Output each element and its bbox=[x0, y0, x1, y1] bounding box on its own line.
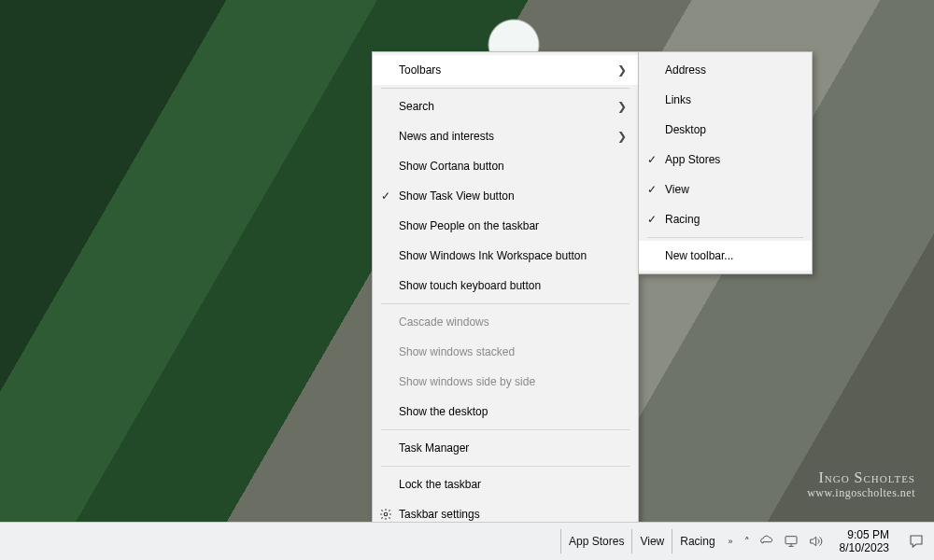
taskbar-context-menu: Toolbars❯ Search❯ News and interests❯ Sh… bbox=[372, 51, 639, 533]
gear-icon bbox=[373, 508, 399, 521]
chevron-right-icon: ❯ bbox=[610, 100, 627, 113]
chevron-right-icon: ❯ bbox=[610, 63, 627, 77]
submenu-desktop[interactable]: Desktop bbox=[639, 115, 812, 145]
menu-cascade-windows: Cascade windows bbox=[373, 307, 638, 337]
toolbars-submenu: Address Links Desktop App Stores View Ra… bbox=[638, 51, 813, 274]
menu-search[interactable]: Search❯ bbox=[373, 91, 638, 121]
check-icon bbox=[647, 153, 657, 166]
taskbar-toolbar-view[interactable]: View bbox=[632, 523, 672, 560]
submenu-racing[interactable]: Racing bbox=[639, 204, 812, 234]
check-icon bbox=[647, 213, 657, 226]
menu-side-by-side: Show windows side by side bbox=[373, 367, 638, 397]
check-icon bbox=[381, 189, 390, 203]
watermark-name: Ingo Scholtes bbox=[807, 469, 915, 486]
wallpaper-watermark: Ingo Scholtes www.ingoscholtes.net bbox=[807, 469, 915, 500]
action-center-icon[interactable] bbox=[899, 523, 934, 560]
toolbar-overflow-chevrons-icon[interactable]: » bbox=[723, 523, 737, 560]
menu-show-people[interactable]: Show People on the taskbar bbox=[373, 211, 638, 241]
menu-show-cortana[interactable]: Show Cortana button bbox=[373, 151, 638, 181]
menu-news-and-interests[interactable]: News and interests❯ bbox=[373, 121, 638, 151]
menu-show-the-desktop[interactable]: Show the desktop bbox=[373, 397, 638, 427]
volume-icon[interactable] bbox=[808, 534, 823, 549]
menu-toolbars[interactable]: Toolbars❯ bbox=[373, 55, 638, 85]
menu-show-touch-keyboard[interactable]: Show touch keyboard button bbox=[373, 271, 638, 301]
taskbar-toolbar-racing[interactable]: Racing bbox=[672, 523, 722, 560]
system-tray: ˄ bbox=[737, 523, 830, 560]
menu-lock-taskbar[interactable]: Lock the taskbar bbox=[373, 469, 638, 499]
submenu-links[interactable]: Links bbox=[639, 85, 812, 115]
taskbar-clock[interactable]: 9:05 PM 8/10/2023 bbox=[830, 523, 899, 560]
network-icon[interactable] bbox=[784, 534, 799, 549]
tray-overflow-chevron-icon[interactable]: ˄ bbox=[744, 536, 750, 548]
submenu-view[interactable]: View bbox=[639, 175, 812, 204]
watermark-url: www.ingoscholtes.net bbox=[807, 486, 915, 500]
submenu-new-toolbar[interactable]: New toolbar... bbox=[639, 241, 812, 271]
clock-time: 9:05 PM bbox=[847, 528, 889, 541]
svg-rect-1 bbox=[785, 537, 797, 544]
menu-task-manager[interactable]: Task Manager bbox=[373, 433, 638, 463]
check-icon bbox=[647, 183, 657, 196]
menu-show-task-view[interactable]: Show Task View button bbox=[373, 181, 638, 211]
menu-show-ink-workspace[interactable]: Show Windows Ink Workspace button bbox=[373, 241, 638, 271]
taskbar-toolbar-app-stores[interactable]: App Stores bbox=[561, 523, 631, 560]
onedrive-icon[interactable] bbox=[759, 534, 774, 549]
menu-stacked-windows: Show windows stacked bbox=[373, 337, 638, 367]
svg-point-0 bbox=[384, 512, 388, 516]
chevron-right-icon: ❯ bbox=[610, 130, 627, 143]
submenu-address[interactable]: Address bbox=[639, 55, 812, 85]
taskbar[interactable]: App Stores View Racing » ˄ 9:05 PM 8/10/… bbox=[0, 522, 934, 560]
clock-date: 8/10/2023 bbox=[840, 541, 889, 554]
submenu-app-stores[interactable]: App Stores bbox=[639, 145, 812, 175]
